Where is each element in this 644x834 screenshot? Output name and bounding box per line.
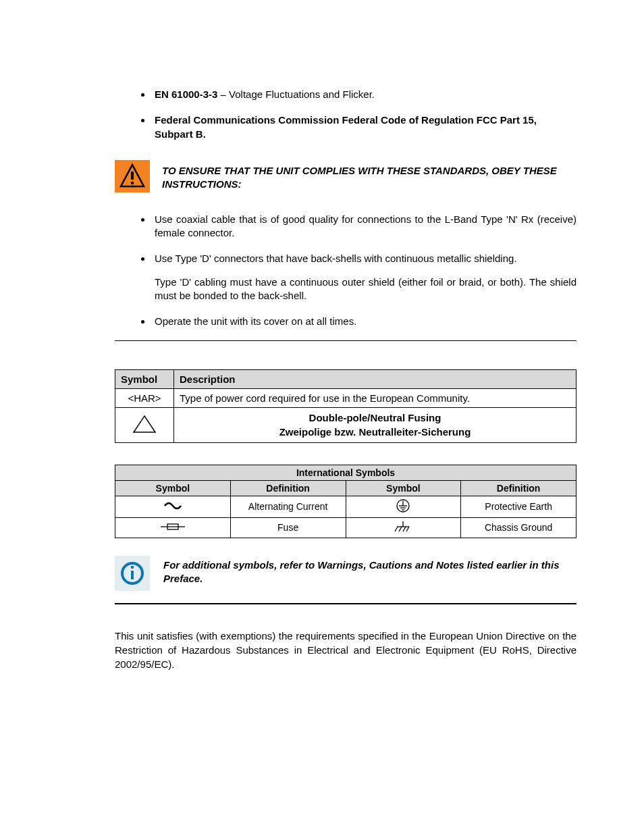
- table-row: Fuse Chassis Ground: [115, 517, 576, 538]
- svg-point-21: [131, 565, 134, 569]
- table-row: Alternating Current Protective Earth: [115, 496, 576, 517]
- divider: [115, 340, 576, 341]
- table-title-row: International Symbols: [115, 465, 576, 480]
- list-item: Use coaxial cable that is of good qualit…: [152, 213, 576, 240]
- warning-block: TO ENSURE THAT THE UNIT COMPLIES WITH TH…: [115, 160, 576, 192]
- description-cell: Double-pole/Neutral Fusing Zweipolige bz…: [174, 408, 576, 443]
- definition-cell: Chassis Ground: [461, 517, 576, 538]
- list-item: Use Type 'D' connectors that have back-s…: [152, 252, 576, 303]
- info-icon: [115, 556, 150, 591]
- bullet-bold: EN 61000-3-3: [155, 88, 217, 100]
- bullet-text: Use coaxial cable that is of good qualit…: [155, 213, 576, 238]
- svg-line-17: [403, 527, 406, 531]
- description-cell: Type of power cord required for use in t…: [174, 389, 576, 408]
- table-row: Double-pole/Neutral Fusing Zweipolige bz…: [115, 408, 576, 443]
- table-header-row: Symbol Description: [115, 370, 576, 389]
- symbol-cell: [115, 517, 231, 538]
- ac-icon: [163, 501, 183, 511]
- table-row: <HAR> Type of power cord required for us…: [115, 389, 576, 408]
- list-item: Operate the unit with its cover on at al…: [152, 315, 576, 328]
- header-symbol: Symbol: [346, 480, 461, 496]
- header-description: Description: [174, 370, 576, 389]
- list-item: Federal Communications Commission Federa…: [152, 113, 576, 141]
- svg-line-16: [399, 527, 402, 531]
- svg-marker-3: [134, 416, 155, 432]
- header-definition: Definition: [461, 480, 576, 496]
- bullet-bold: Federal Communications Commission Federa…: [155, 114, 537, 139]
- definition-cell: Alternating Current: [230, 496, 346, 517]
- bullet-text: Use Type 'D' connectors that have back-s…: [155, 253, 517, 264]
- svg-rect-1: [131, 172, 134, 180]
- symbol-table: Symbol Description <HAR> Type of power c…: [115, 369, 576, 443]
- symbol-cell: <HAR>: [115, 389, 174, 408]
- info-block: For additional symbols, refer to Warning…: [115, 556, 576, 591]
- table-header-row: Symbol Definition Symbol Definition: [115, 480, 576, 496]
- mid-bullet-list: Use coaxial cable that is of good qualit…: [115, 213, 576, 329]
- protective-earth-icon: [395, 498, 411, 513]
- svg-line-18: [406, 527, 409, 531]
- triangle-icon: [132, 415, 157, 434]
- warning-text: TO ENSURE THAT THE UNIT COMPLIES WITH TH…: [162, 160, 576, 192]
- info-text: For additional symbols, refer to Warning…: [163, 556, 576, 586]
- header-definition: Definition: [230, 480, 346, 496]
- fuse-icon: [159, 521, 186, 532]
- table-title: International Symbols: [115, 465, 576, 480]
- symbol-cell: [346, 517, 461, 538]
- chassis-ground-icon: [393, 520, 413, 533]
- svg-rect-20: [131, 571, 134, 579]
- international-symbols-table: International Symbols Symbol Definition …: [115, 465, 576, 538]
- bullet-text: Operate the unit with its cover on at al…: [155, 315, 356, 327]
- warning-icon: [115, 160, 150, 192]
- svg-point-2: [131, 181, 134, 184]
- bullet-subtext: Type 'D' cabling must have a continuous …: [155, 276, 576, 303]
- top-bullet-list: EN 61000-3-3 – Voltage Fluctuations and …: [115, 88, 576, 141]
- symbol-cell: [115, 496, 231, 517]
- header-symbol: Symbol: [115, 370, 174, 389]
- desc-line: Double-pole/Neutral Fusing: [309, 412, 441, 423]
- symbol-cell: [346, 496, 461, 517]
- bullet-rest: – Voltage Fluctuations and Flicker.: [217, 88, 375, 100]
- symbol-cell: [115, 408, 174, 443]
- list-item: EN 61000-3-3 – Voltage Fluctuations and …: [152, 88, 576, 101]
- svg-line-15: [395, 527, 398, 531]
- desc-line: Zweipolige bzw. Neutralleiter-Sicherung: [279, 426, 471, 438]
- header-symbol: Symbol: [115, 480, 231, 496]
- heavy-divider: [115, 603, 576, 604]
- body-paragraph: This unit satisfies (with exemptions) th…: [115, 629, 576, 671]
- page: EN 61000-3-3 – Voltage Fluctuations and …: [0, 0, 644, 712]
- definition-cell: Protective Earth: [461, 496, 576, 517]
- definition-cell: Fuse: [230, 517, 346, 538]
